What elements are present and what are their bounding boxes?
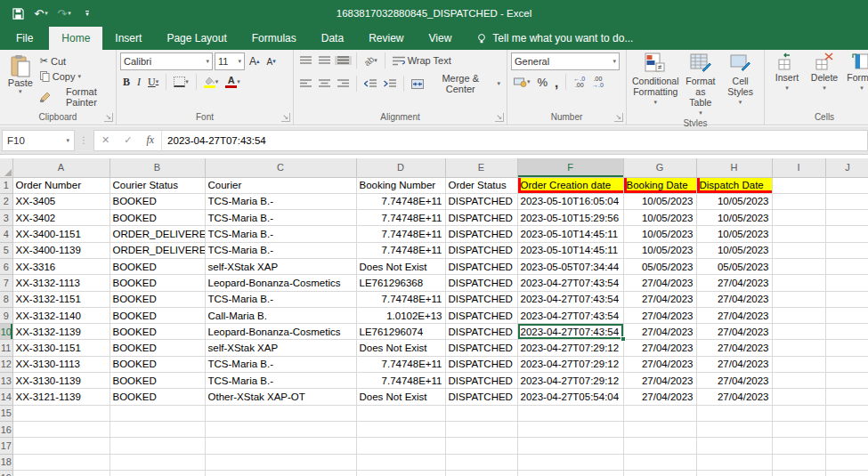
select-all-corner[interactable] bbox=[0, 158, 12, 177]
cell-F16[interactable] bbox=[517, 421, 623, 437]
cell-G4[interactable]: 10/05/2023 bbox=[623, 226, 696, 242]
cell-I10[interactable] bbox=[772, 324, 825, 340]
cell-B5[interactable]: ORDER_DELIVERED bbox=[110, 242, 205, 258]
cell-F9[interactable]: 2023-04-27T07:43:54 bbox=[517, 307, 623, 323]
cell-A1[interactable]: Order Number bbox=[12, 177, 110, 193]
cell-B3[interactable]: BOOKED bbox=[110, 210, 205, 226]
cell-D18[interactable] bbox=[356, 454, 445, 470]
borders-button[interactable]: ▾ bbox=[171, 77, 191, 87]
ribbon-tab-home[interactable]: Home bbox=[49, 27, 102, 50]
insert-function-button[interactable]: fx bbox=[139, 133, 161, 147]
cell-I16[interactable] bbox=[772, 421, 825, 437]
increase-indent-button[interactable] bbox=[381, 79, 399, 88]
cell-D14[interactable]: Does Not Exist bbox=[356, 389, 445, 405]
cell-G2[interactable]: 10/05/2023 bbox=[623, 193, 696, 209]
increase-decimal-button[interactable]: ←.0.00 bbox=[571, 76, 588, 88]
cell-A17[interactable] bbox=[12, 438, 110, 454]
cell-H15[interactable] bbox=[696, 405, 772, 421]
column-header-D[interactable]: D bbox=[356, 158, 445, 177]
paste-button[interactable]: Paste ▾ bbox=[4, 52, 37, 109]
middle-align-button[interactable] bbox=[316, 56, 333, 65]
cell-J18[interactable] bbox=[825, 454, 868, 470]
cell-E15[interactable] bbox=[445, 405, 517, 421]
wrap-text-button[interactable]: Wrap Text bbox=[390, 54, 454, 67]
undo-button[interactable]: ↶▾ bbox=[30, 3, 52, 24]
cell-G6[interactable]: 05/05/2023 bbox=[623, 258, 696, 274]
cell-G11[interactable]: 27/04/2023 bbox=[623, 340, 696, 356]
cell-J17[interactable] bbox=[825, 438, 868, 454]
cell-H2[interactable]: 10/05/2023 bbox=[696, 193, 772, 209]
cell-G5[interactable]: 10/05/2023 bbox=[623, 242, 696, 258]
tell-me-box[interactable]: Tell me what you want to do... bbox=[467, 27, 642, 50]
cell-F5[interactable]: 2023-05-10T14:45:11 bbox=[517, 242, 623, 258]
cell-I13[interactable] bbox=[772, 373, 825, 389]
cell-G18[interactable] bbox=[623, 454, 696, 470]
italic-button[interactable]: I bbox=[134, 76, 143, 89]
cell-C6[interactable]: self-XStak XAP bbox=[205, 258, 356, 274]
ribbon-tab-file[interactable]: File bbox=[0, 27, 49, 50]
number-dialog-launcher-icon[interactable]: ↘ bbox=[614, 113, 623, 122]
cell-C2[interactable]: TCS-Maria B.- bbox=[205, 193, 356, 209]
cell-C19[interactable] bbox=[205, 470, 356, 476]
cell-B18[interactable] bbox=[110, 454, 205, 470]
font-dialog-launcher-icon[interactable]: ↘ bbox=[281, 113, 290, 122]
decrease-indent-button[interactable] bbox=[361, 79, 379, 88]
cell-B17[interactable] bbox=[110, 438, 205, 454]
format-as-table-button[interactable]: Format asTable ▾ bbox=[681, 52, 721, 118]
cell-B4[interactable]: ORDER_DELIVERED bbox=[110, 226, 205, 242]
cell-C13[interactable]: TCS-Maria B.- bbox=[205, 373, 356, 389]
cell-F3[interactable]: 2023-05-10T15:29:56 bbox=[517, 210, 623, 226]
cell-A14[interactable]: XX-3121-1139 bbox=[12, 389, 110, 405]
cell-F18[interactable] bbox=[517, 454, 623, 470]
cell-G15[interactable] bbox=[623, 405, 696, 421]
cell-H19[interactable] bbox=[696, 470, 772, 476]
cell-A19[interactable] bbox=[12, 470, 110, 476]
fill-color-button[interactable]: ▾ bbox=[201, 77, 222, 88]
row-header-2[interactable]: 2 bbox=[0, 193, 12, 209]
cell-I12[interactable] bbox=[772, 356, 825, 372]
cell-D13[interactable]: 7.74748E+11 bbox=[356, 373, 445, 389]
cell-H5[interactable]: 10/05/2023 bbox=[696, 242, 772, 258]
row-header-8[interactable]: 8 bbox=[0, 291, 12, 307]
ribbon-tab-formulas[interactable]: Formulas bbox=[239, 27, 309, 50]
cell-C16[interactable] bbox=[205, 421, 356, 437]
cell-D6[interactable]: Does Not Exist bbox=[356, 258, 445, 274]
cell-H16[interactable] bbox=[696, 421, 772, 437]
row-header-9[interactable]: 9 bbox=[0, 307, 12, 323]
cell-F12[interactable]: 2023-04-27T07:29:12 bbox=[517, 356, 623, 372]
row-header-6[interactable]: 6 bbox=[0, 258, 12, 274]
cell-D12[interactable]: 7.74748E+11 bbox=[356, 356, 445, 372]
cell-B8[interactable]: BOOKED bbox=[110, 291, 205, 307]
cell-B1[interactable]: Courier Status bbox=[110, 177, 205, 193]
bottom-align-button[interactable] bbox=[335, 56, 352, 65]
cell-I14[interactable] bbox=[772, 389, 825, 405]
cell-C3[interactable]: TCS-Maria B.- bbox=[205, 210, 356, 226]
save-button[interactable] bbox=[7, 3, 28, 24]
copy-button[interactable]: Copy▾ bbox=[37, 70, 112, 83]
row-header-14[interactable]: 14 bbox=[0, 389, 12, 405]
cell-G1[interactable]: Booking Date bbox=[623, 177, 696, 193]
cell-B19[interactable] bbox=[110, 470, 205, 476]
row-header-12[interactable]: 12 bbox=[0, 356, 12, 372]
cell-I7[interactable] bbox=[772, 275, 825, 291]
ribbon-tab-insert[interactable]: Insert bbox=[102, 27, 154, 50]
cell-H4[interactable]: 10/05/2023 bbox=[696, 226, 772, 242]
cell-F6[interactable]: 2023-05-05T07:34:44 bbox=[517, 258, 623, 274]
cell-B11[interactable]: BOOKED bbox=[110, 340, 205, 356]
cell-A5[interactable]: XX-3400-1139 bbox=[12, 242, 110, 258]
cell-I17[interactable] bbox=[772, 438, 825, 454]
cell-H10[interactable]: 27/04/2023 bbox=[696, 324, 772, 340]
decrease-font-size-button[interactable]: A▾ bbox=[264, 57, 279, 67]
column-header-F[interactable]: F bbox=[517, 158, 623, 177]
row-header-18[interactable]: 18 bbox=[0, 454, 12, 470]
cell-E8[interactable]: DISPATCHED bbox=[445, 291, 517, 307]
cell-F15[interactable] bbox=[517, 405, 623, 421]
cell-E18[interactable] bbox=[445, 454, 517, 470]
cell-D16[interactable] bbox=[356, 421, 445, 437]
cell-F8[interactable]: 2023-04-27T07:43:54 bbox=[517, 291, 623, 307]
cell-G13[interactable]: 27/04/2023 bbox=[623, 373, 696, 389]
row-header-13[interactable]: 13 bbox=[0, 373, 12, 389]
cell-E13[interactable]: DISPATCHED bbox=[445, 373, 517, 389]
row-header-15[interactable]: 15 bbox=[0, 405, 12, 421]
ribbon-tab-view[interactable]: View bbox=[417, 27, 465, 50]
